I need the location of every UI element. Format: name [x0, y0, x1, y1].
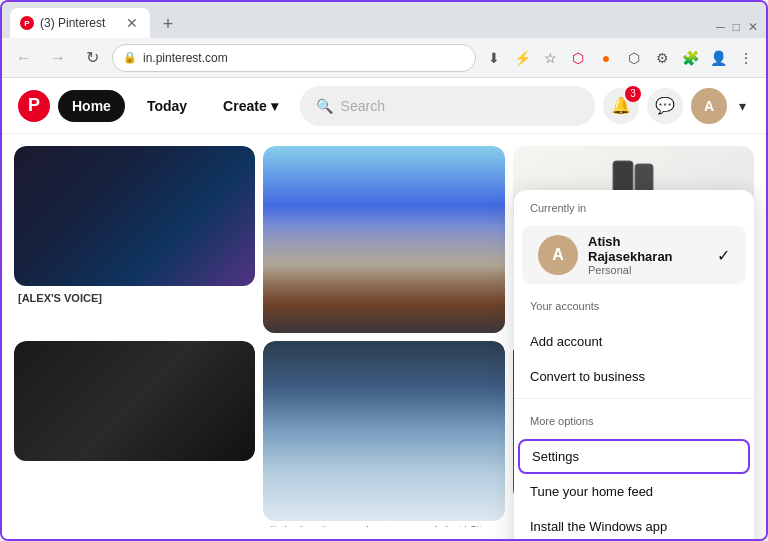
pin-image: [14, 341, 255, 461]
notification-badge: 3: [625, 86, 641, 102]
notifications-button[interactable]: 🔔 3: [603, 88, 639, 124]
profile-icon[interactable]: 👤: [706, 46, 730, 70]
minimize-button[interactable]: ─: [716, 20, 725, 34]
pin-image: [263, 146, 504, 333]
forward-button[interactable]: →: [44, 44, 72, 72]
user-name: Atish Rajasekharan: [588, 234, 707, 264]
puzzle-icon[interactable]: 🧩: [678, 46, 702, 70]
currently-in-label: Currently in: [530, 202, 738, 214]
search-placeholder: Search: [341, 98, 385, 114]
tab-favicon: P: [20, 16, 34, 30]
nav-create[interactable]: Create ▾: [209, 90, 291, 122]
pin-card[interactable]: [14, 341, 255, 528]
menu-icon[interactable]: ⋮: [734, 46, 758, 70]
download-icon[interactable]: ⬇: [482, 46, 506, 70]
addon-icon[interactable]: ⬡: [622, 46, 646, 70]
address-bar[interactable]: 🔒 in.pinterest.com: [112, 44, 476, 72]
pinterest-navbar: P Home Today Create ▾ 🔍 Search 🔔 3 💬 A ▾: [2, 78, 766, 134]
nav-home[interactable]: Home: [58, 90, 125, 122]
pin-card[interactable]: [ALEX'S VOICE]: [14, 146, 255, 333]
nav-today[interactable]: Today: [133, 90, 201, 122]
firefox-icon[interactable]: ●: [594, 46, 618, 70]
check-icon: ✓: [717, 246, 730, 265]
new-tab-button[interactable]: +: [154, 10, 182, 38]
browser-action-icons: ⬇ ⚡ ☆ ⬡ ● ⬡ ⚙ 🧩 👤 ⋮: [482, 46, 758, 70]
maximize-button[interactable]: □: [733, 20, 740, 34]
menu-divider: [514, 398, 754, 399]
user-info: Atish Rajasekharan Personal: [588, 234, 707, 276]
refresh-button[interactable]: ↻: [78, 44, 106, 72]
active-tab[interactable]: P (3) Pinterest ✕: [10, 8, 150, 38]
dropdown-scroll[interactable]: Currently in A Atish Rajasekharan Person…: [514, 190, 754, 539]
more-options-label: More options: [530, 415, 738, 427]
tab-title: (3) Pinterest: [40, 16, 118, 30]
tune-home-feed-item[interactable]: Tune your home feed: [514, 474, 754, 509]
convert-to-business-item[interactable]: Convert to business: [514, 359, 754, 394]
pin-label: [ALEX'S VOICE]: [14, 286, 255, 306]
search-bar[interactable]: 🔍 Search: [300, 86, 595, 126]
pin-card[interactable]: Pin by then there was beauty on wanderlu…: [263, 341, 504, 528]
add-account-item[interactable]: Add account: [514, 324, 754, 359]
install-windows-app-item[interactable]: Install the Windows app: [514, 509, 754, 539]
search-icon: 🔍: [316, 98, 333, 114]
pocket-icon[interactable]: ⬡: [566, 46, 590, 70]
extensions-icon[interactable]: ⚡: [510, 46, 534, 70]
nav-actions: 🔔 3 💬 A ▾: [603, 88, 750, 124]
url-text: in.pinterest.com: [143, 51, 465, 65]
messages-button[interactable]: 💬: [647, 88, 683, 124]
browser-frame: P (3) Pinterest ✕ + ─ □ ✕ ← → ↻ 🔒 in.pin…: [0, 0, 768, 541]
your-accounts-section: Your accounts: [514, 288, 754, 324]
currently-in-section: Currently in: [514, 190, 754, 226]
pin-image: [263, 341, 504, 521]
main-area: [ALEX'S VOICE] Pin by then there was bea…: [2, 134, 766, 539]
bookmark-icon[interactable]: ☆: [538, 46, 562, 70]
tab-close-button[interactable]: ✕: [124, 13, 140, 33]
more-options-section: More options: [514, 403, 754, 439]
window-controls: ─ □ ✕: [716, 20, 758, 38]
account-chevron-button[interactable]: ▾: [735, 94, 750, 118]
pin-image: [14, 146, 255, 286]
user-avatar-button[interactable]: A: [691, 88, 727, 124]
close-window-button[interactable]: ✕: [748, 20, 758, 34]
user-sub: Personal: [588, 264, 707, 276]
lock-icon: 🔒: [123, 51, 137, 64]
page-content: P Home Today Create ▾ 🔍 Search 🔔 3 💬 A ▾: [2, 78, 766, 539]
pin-card[interactable]: Pin by then there was beauty on wanderlu…: [263, 146, 504, 333]
current-user-row[interactable]: A Atish Rajasekharan Personal ✓: [522, 226, 746, 284]
account-dropdown: Currently in A Atish Rajasekharan Person…: [514, 190, 754, 539]
tab-bar: P (3) Pinterest ✕ + ─ □ ✕: [2, 2, 766, 38]
browser-nav: ← → ↻ 🔒 in.pinterest.com ⬇ ⚡ ☆ ⬡ ● ⬡ ⚙ 🧩…: [2, 38, 766, 78]
settings-item[interactable]: Settings: [518, 439, 750, 474]
pin-sublabel: Pin by then there was beauty on wanderlu…: [263, 521, 504, 528]
current-user-avatar: A: [538, 235, 578, 275]
your-accounts-label: Your accounts: [530, 300, 738, 312]
pinterest-logo[interactable]: P: [18, 90, 50, 122]
sync-icon[interactable]: ⚙: [650, 46, 674, 70]
back-button[interactable]: ←: [10, 44, 38, 72]
